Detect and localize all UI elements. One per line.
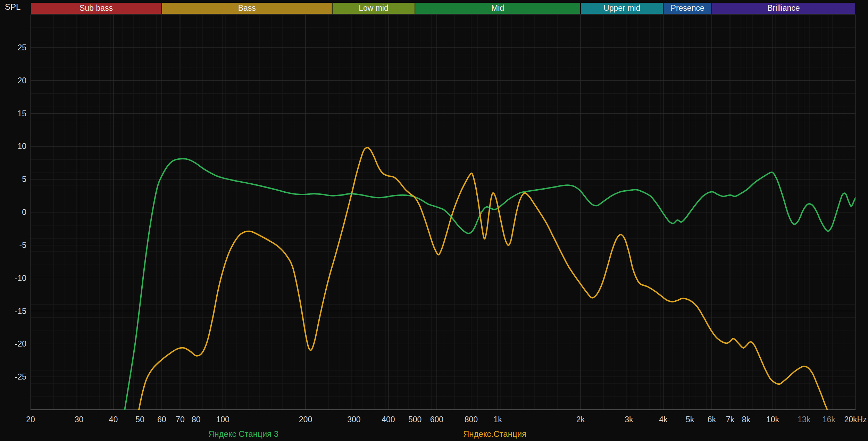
frequency-response-page: SPL Sub bassBassLow midMidUpper midPrese… [0, 0, 868, 441]
legend-item-yandex-stanciya: Яндекс.Станция [463, 429, 526, 439]
series-curves [125, 148, 856, 423]
x-tick-label: 50 [135, 415, 144, 424]
x-tick-label: 300 [347, 415, 360, 424]
x-tick-label: 2k [576, 415, 585, 424]
y-tick-label: 0 [22, 208, 26, 217]
x-tick-label: 6k [708, 415, 716, 424]
band-label-brilliance: Brilliance [767, 3, 800, 13]
y-tick-label: -15 [15, 307, 26, 316]
y-tick-label: -10 [15, 274, 26, 283]
x-tick-label: 20 [26, 415, 35, 424]
x-tick-label: 70 [176, 415, 185, 424]
band-label-presence: Presence [671, 3, 704, 13]
x-tick-label: 30 [75, 415, 84, 424]
x-tick-label: 1k [493, 415, 502, 424]
x-tick-label: 80 [192, 415, 201, 424]
x-tick-label: 600 [430, 415, 443, 424]
y-tick-label: 10 [17, 142, 26, 151]
y-tick-label: -20 [15, 339, 26, 348]
band-label-upper-mid: Upper mid [603, 3, 640, 13]
y-tick-label: -25 [15, 372, 26, 381]
series-path-0 [125, 159, 856, 410]
band-label-bass: Bass [238, 3, 256, 13]
y-tick-label: 15 [17, 109, 26, 118]
x-tick-label: 4k [659, 415, 668, 424]
x-axis-labels: 203040506070801002003004005006008001k2k3… [26, 415, 867, 424]
y-axis-labels: 2520151050-5-10-15-20-25 [15, 43, 26, 381]
x-tick-label: 100 [216, 415, 229, 424]
y-tick-label: 5 [22, 175, 26, 184]
x-tick-label: 400 [382, 415, 395, 424]
band-label-sub-bass: Sub bass [80, 3, 113, 13]
legend-item-yandex-stanciya-3: Яндекс Станция 3 [208, 429, 278, 439]
y-tick-label: 25 [17, 43, 26, 52]
x-tick-label: 5k [686, 415, 694, 424]
x-tick-label: 10k [766, 415, 779, 424]
x-tick-label: 200 [299, 415, 312, 424]
y-tick-label: 20 [17, 76, 26, 85]
x-tick-label: 7k [726, 415, 735, 424]
y-tick-label: -5 [19, 241, 26, 250]
x-tick-label: 13k [798, 415, 811, 424]
x-tick-label: 800 [465, 415, 478, 424]
series-path-1 [137, 148, 831, 423]
x-tick-label: 500 [408, 415, 422, 424]
band-label-low-mid: Low mid [359, 3, 389, 13]
x-tick-label: 8k [742, 415, 751, 424]
x-tick-label: 40 [109, 415, 118, 424]
x-tick-label: 60 [157, 415, 166, 424]
x-tick-label: 20kHz [844, 415, 867, 424]
frequency-response-chart: Sub bassBassLow midMidUpper midPresenceB… [0, 0, 868, 441]
plot-grid [31, 15, 856, 410]
band-row: Sub bassBassLow midMidUpper midPresenceB… [31, 3, 855, 14]
band-label-mid: Mid [491, 3, 504, 13]
x-tick-label: 16k [823, 415, 836, 424]
x-tick-label: 3k [625, 415, 633, 424]
